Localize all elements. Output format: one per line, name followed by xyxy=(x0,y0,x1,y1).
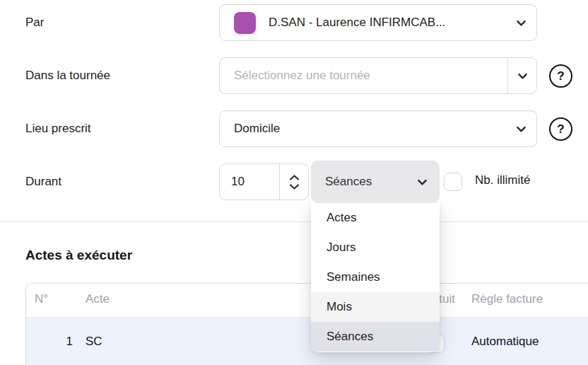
menu-option-seances[interactable]: Séances xyxy=(311,322,440,352)
lieu-label: Lieu prescrit xyxy=(25,120,91,137)
chevron-up-icon[interactable] xyxy=(289,174,300,181)
chevron-down-icon xyxy=(507,58,536,93)
color-swatch-icon xyxy=(234,12,256,34)
tournee-select[interactable]: Sélectionnez une tournée xyxy=(219,57,537,94)
durant-unit-select[interactable]: Séances xyxy=(311,161,440,203)
question-mark-glyph: ? xyxy=(557,122,564,137)
chevron-down-icon[interactable] xyxy=(289,183,300,190)
col-header-num: N° xyxy=(35,292,48,306)
chevron-down-icon xyxy=(416,176,428,188)
col-header-regle: Règle facture xyxy=(471,292,543,306)
par-select[interactable]: D.SAN - Laurence INFIRMCAB... xyxy=(219,4,537,41)
menu-option-jours[interactable]: Jours xyxy=(311,233,440,262)
durant-label: Durant xyxy=(25,173,61,190)
lieu-select[interactable]: Domicile xyxy=(219,110,537,147)
durant-count-box xyxy=(219,163,309,200)
menu-option-mois[interactable]: Mois xyxy=(311,292,440,322)
lieu-select-value: Domicile xyxy=(234,122,515,136)
col-header-acte: Acte xyxy=(86,292,110,306)
menu-option-actes[interactable]: Actes xyxy=(311,203,440,233)
durant-unit-value: Séances xyxy=(325,175,416,189)
actes-table: N° Acte Gratuit Règle facture 1 SC Autom… xyxy=(25,283,588,365)
section-title: Actes à exécuter xyxy=(25,248,132,263)
unit-dropdown-menu: Actes Jours Semaines Mois Séances xyxy=(311,203,440,352)
chevron-down-icon xyxy=(515,17,527,29)
durant-count-input[interactable] xyxy=(220,164,279,199)
par-label: Par xyxy=(25,14,44,31)
row-acte: SC xyxy=(86,335,102,349)
section-divider xyxy=(0,221,588,222)
lieu-help-icon[interactable]: ? xyxy=(549,117,572,141)
par-select-value: D.SAN - Laurence INFIRMCAB... xyxy=(269,16,515,30)
chevron-down-icon xyxy=(515,123,527,135)
table-header-row: N° Acte Gratuit Règle facture xyxy=(26,284,588,318)
unlimited-checkbox[interactable] xyxy=(444,173,462,191)
table-row[interactable]: 1 SC Automatique xyxy=(26,318,588,365)
number-stepper xyxy=(279,164,308,199)
tournee-label: Dans la tournée xyxy=(25,67,110,84)
unlimited-label: Nb. illimité xyxy=(475,173,530,187)
menu-option-semaines[interactable]: Semaines xyxy=(311,262,440,292)
row-num: 1 xyxy=(35,335,73,349)
tournee-select-placeholder: Sélectionnez une tournée xyxy=(234,69,507,83)
question-mark-glyph: ? xyxy=(557,69,564,83)
row-regle: Automatique xyxy=(471,335,539,349)
tournee-help-icon[interactable]: ? xyxy=(549,64,572,88)
